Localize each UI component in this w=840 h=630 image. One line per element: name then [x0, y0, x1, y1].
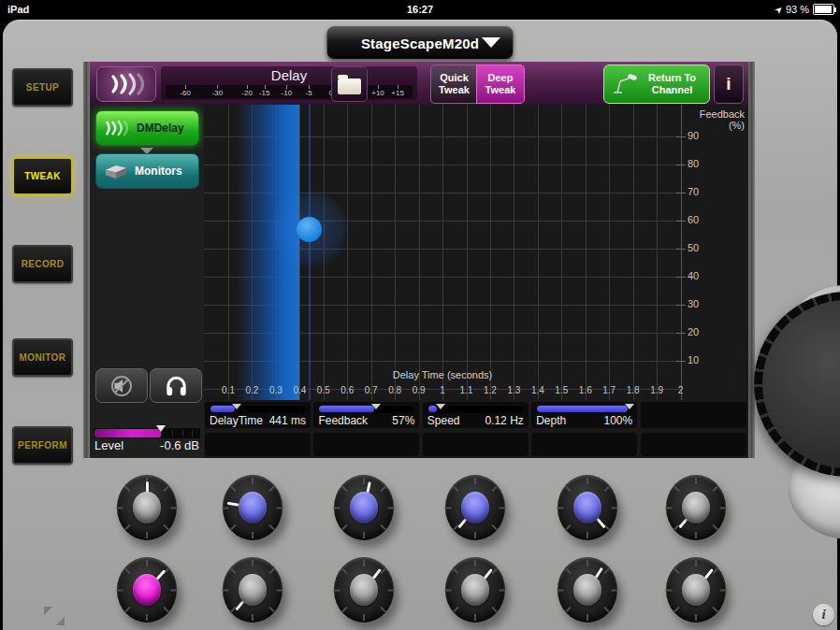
knob-r2-c5[interactable] [558, 557, 617, 623]
knob-r1-c3[interactable] [334, 475, 394, 540]
knob-r1-c2[interactable] [223, 475, 282, 540]
meter-scale-label: -60 [180, 89, 191, 97]
parameter-slider-speed[interactable] [427, 405, 524, 413]
effect-type-button[interactable] [96, 66, 156, 102]
info-icon: i [726, 74, 731, 94]
grid-line [347, 105, 348, 400]
y-tick-label: 30 [688, 298, 699, 309]
knob-tick [474, 614, 476, 621]
knob-tick [453, 567, 458, 573]
knob-tick [695, 478, 697, 484]
knob-tick [388, 589, 395, 591]
y-tick-label: 60 [688, 214, 699, 225]
knob-r2-c6[interactable] [666, 557, 726, 623]
xy-handle[interactable] [297, 217, 322, 242]
knob-tick [558, 507, 564, 508]
y-tick-mark [676, 193, 686, 193]
knob-tick [252, 478, 253, 484]
quick-tweak-label: Quick Tweak [431, 72, 477, 96]
delay-xy-graph: Feedback (%) Delay Time (seconds) 908070… [204, 105, 748, 458]
grid-line [609, 105, 610, 400]
meter-scale-label: -10 [282, 89, 293, 97]
parameter-slider-depth[interactable] [536, 405, 632, 413]
slider-fill [537, 406, 628, 412]
parameter-name: Depth [536, 414, 566, 427]
level-meter-marker[interactable] [156, 425, 166, 432]
knob-r1-c5[interactable] [558, 475, 617, 540]
knob-tick [380, 523, 385, 529]
grid-line [490, 105, 491, 400]
knob-tick [341, 606, 347, 611]
preset-folder-button[interactable] [331, 66, 368, 102]
y-tick-mark [676, 277, 686, 278]
grid-line [586, 105, 587, 400]
knob-tick [163, 485, 168, 491]
sidebar-button-perform[interactable]: PERFORM [12, 426, 73, 465]
sidebar-button-tweak[interactable]: TWEAK [12, 157, 73, 195]
knob-tick [474, 532, 476, 538]
level-value: -0.6 dB [160, 438, 199, 452]
effect-slot-monitors[interactable]: Monitors [95, 153, 199, 189]
knob-tick [268, 567, 274, 573]
slider-fill [319, 406, 374, 412]
knob-tick [146, 532, 148, 538]
knob-tick [252, 614, 253, 621]
knob-cap-blue [350, 492, 378, 523]
app-info-button[interactable]: i [813, 604, 834, 625]
parameter-label-row: Speed0.12 Hz [427, 414, 524, 427]
effect-slot-label: DMDelay [137, 122, 184, 135]
knob-r2-c1[interactable] [117, 557, 177, 623]
parameter-label-row: DelayTime441 ms [210, 414, 306, 427]
sound-waves-icon [103, 120, 131, 136]
knob-tick [474, 478, 476, 484]
effect-editor-panel: Delay -60-30-20-15-10-50+5+10+15 Quick T… [90, 62, 748, 458]
knob-tick [380, 606, 385, 611]
knob-cap-blue [573, 492, 601, 523]
return-to-channel-button[interactable]: Return To Channel [603, 64, 710, 104]
output-level-meter[interactable] [94, 428, 200, 438]
knob-tick [268, 485, 274, 491]
knob-r2-c3[interactable] [334, 557, 394, 623]
knob-r2-c2[interactable] [223, 557, 282, 623]
meter-scale-label: -5 [306, 89, 312, 97]
collapse-arrows-icon[interactable] [56, 617, 65, 625]
knob-tick [666, 589, 673, 591]
status-bar: iPad 16:27 ➤ 93 % [0, 0, 840, 19]
empty-cell [641, 433, 746, 456]
speaker-mute-icon [109, 374, 134, 398]
speaker-mute-button[interactable] [95, 368, 148, 403]
y-tick-mark [676, 165, 686, 165]
effect-slot-dmdelay[interactable]: DMDelay [95, 110, 199, 146]
slider-marker[interactable] [232, 404, 241, 409]
knob-r1-c6[interactable] [666, 475, 726, 540]
slider-marker[interactable] [625, 404, 634, 409]
knob-tick [252, 532, 253, 538]
collapse-arrows-icon[interactable] [44, 607, 52, 615]
headphones-button[interactable] [150, 368, 202, 403]
sidebar-button-record[interactable]: RECORD [12, 245, 73, 283]
chevron-down-icon [482, 37, 500, 48]
effect-info-button[interactable]: i [714, 64, 744, 104]
quick-tweak-tab[interactable]: Quick Tweak [430, 64, 477, 104]
y-tick-mark [676, 361, 686, 362]
knob-tick [146, 614, 148, 621]
meter-scale-label: -15 [259, 89, 270, 97]
slider-marker[interactable] [371, 404, 381, 409]
knob-tick [491, 485, 497, 491]
knob-r2-c4[interactable] [445, 557, 505, 623]
knob-r1-c1[interactable] [117, 475, 177, 540]
knob-tick [673, 485, 679, 491]
device-selector-dropdown[interactable]: StageScapeM20d [326, 26, 514, 60]
deep-tweak-tab[interactable]: Deep Tweak [476, 64, 525, 104]
parameter-slider-feedback[interactable] [318, 405, 414, 413]
knob-tick [673, 567, 679, 573]
sidebar-button-setup[interactable]: SETUP [12, 68, 73, 107]
knob-r1-c4[interactable] [445, 475, 505, 540]
screen-seam-left [83, 62, 90, 458]
knob-tick [363, 560, 365, 566]
slider-marker[interactable] [436, 404, 445, 409]
knob-tick [445, 589, 452, 591]
knob-cap-gray [461, 574, 489, 606]
sidebar-button-monitor[interactable]: MONITOR [12, 338, 73, 377]
parameter-slider-delaytime[interactable] [210, 405, 306, 413]
